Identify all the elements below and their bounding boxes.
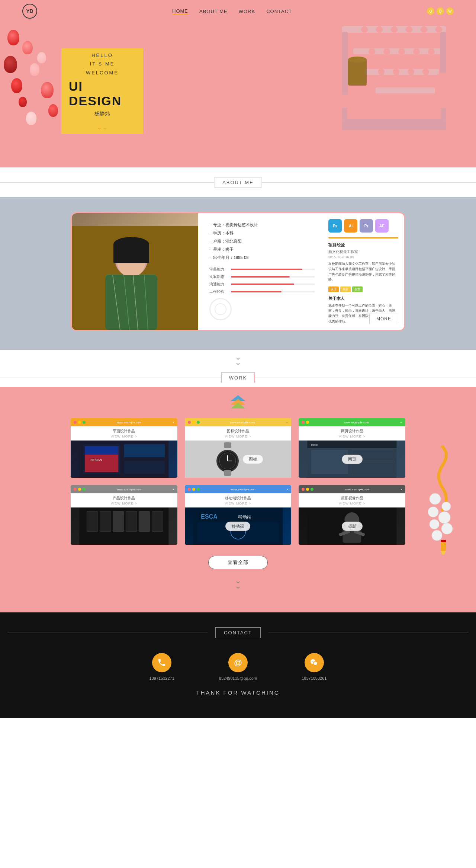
info-list: 专业：视觉传达艺术设计 学历：本科 户籍：湖北襄阳 星座：狮子 出生年月：199…: [209, 221, 315, 262]
more-button[interactable]: MORE: [369, 314, 398, 324]
label-badge: 摄影: [342, 522, 363, 531]
project-desc: 在校期间加入新文化工作室，运用所学专业知识与工作来承接项目包括平面广告设计、手提…: [328, 261, 398, 283]
tag-1: 设计: [328, 286, 339, 292]
info-star: 星座：狮子: [209, 245, 315, 253]
item-subtitle: VIEW MORE >: [299, 435, 405, 438]
skill-name: 审美能力: [209, 267, 228, 272]
bulb-2: [22, 41, 33, 54]
skill-copy: 文案动态: [209, 274, 315, 279]
skill-bar-bg: [231, 269, 315, 270]
email-icon[interactable]: @: [228, 653, 248, 672]
dots: [302, 421, 313, 424]
phone-icon[interactable]: [152, 653, 171, 672]
tool-ps: Ps: [328, 219, 342, 233]
item-title: 移动端设计作品: [185, 496, 292, 501]
svg-rect-56: [224, 470, 231, 476]
social-icon-2[interactable]: Q: [437, 7, 444, 15]
bulb-5: [11, 78, 22, 93]
dot-green: [311, 421, 313, 424]
nav-work[interactable]: WORK: [239, 9, 255, 14]
svg-text:Hello: Hello: [311, 443, 318, 446]
svg-rect-46: [124, 461, 165, 474]
tags: 设计 美丽 创意: [328, 286, 398, 292]
wechat-icon[interactable]: [305, 653, 324, 672]
item-subtitle: VIEW MORE >: [71, 435, 177, 438]
social-icon-3[interactable]: W: [446, 7, 454, 15]
dot-yellow: [78, 488, 81, 491]
work-item-icon[interactable]: www.example.com ↔ 图标设计作品 VIEW MORE >: [185, 418, 292, 478]
item-close: ×: [173, 421, 174, 424]
svg-rect-62: [352, 463, 393, 474]
logo[interactable]: YD: [22, 4, 37, 19]
work-divider: ⌄ ⌄ WORK: [0, 350, 476, 387]
work-item-product[interactable]: www.example.com × 产品设计作品 VIEW MORE >: [71, 485, 177, 545]
dot-yellow: [78, 421, 81, 424]
svg-rect-24: [342, 108, 347, 119]
about-self-title: 关于本人: [328, 296, 398, 301]
contact-wechat: 18371058261: [302, 653, 327, 680]
nav-home[interactable]: HOME: [172, 8, 188, 15]
item-url: www.example.com: [230, 421, 255, 424]
camera-icon: [209, 298, 232, 320]
svg-text:DESIGN: DESIGN: [90, 458, 102, 462]
work-item-flat[interactable]: www.example.com × 平面设计作品 VIEW MORE > DES…: [71, 418, 177, 478]
svg-point-15: [413, 48, 420, 55]
svg-rect-45: [124, 444, 165, 457]
skill-aesthetic: 审美能力: [209, 267, 315, 272]
about-divider: ABOUT ME: [0, 167, 476, 197]
tool-ae: AE: [375, 219, 389, 233]
svg-point-82: [428, 507, 438, 517]
item-close: ↔: [399, 421, 402, 424]
svg-point-85: [441, 523, 453, 534]
dots: [188, 488, 200, 491]
svg-point-80: [430, 493, 441, 505]
skills-section: 审美能力 文案动态 沟通能力 工作经验: [209, 267, 315, 294]
nav-about[interactable]: ABOUT ME: [199, 9, 228, 14]
bulb-3: [4, 56, 17, 73]
dot-red: [188, 421, 191, 424]
nav-contact[interactable]: CONTACT: [266, 9, 292, 14]
dot-green: [83, 421, 86, 424]
item-header: www.example.com ↔: [299, 418, 405, 426]
contact-icons: 13971532271 @ 852490115@qq.com 183710582…: [0, 653, 476, 680]
item-close: ↔: [285, 421, 288, 424]
svg-rect-69: [152, 511, 163, 532]
svg-point-22: [348, 57, 367, 63]
nav-links: HOME ABOUT ME WORK CONTACT: [172, 8, 292, 15]
item-subtitle: VIEW MORE >: [185, 435, 292, 438]
item-header: www.example.com ×: [299, 485, 405, 493]
orange-bar: [328, 237, 398, 238]
dot-red: [302, 488, 305, 491]
svg-rect-48: [85, 446, 118, 455]
info-major: 专业：视觉传达艺术设计: [209, 221, 315, 229]
skill-name: 沟通能力: [209, 282, 228, 287]
about-right-panel: Ps Ai Pr AE 项目经验 新文化视觉工作室 2015.02-2016.0…: [322, 213, 404, 330]
skill-bar-bg: [231, 284, 315, 285]
skill-bar-fill: [231, 276, 290, 278]
view-all-button[interactable]: 查看全部: [208, 556, 268, 569]
work-item-web[interactable]: www.example.com ↔ 网页设计作品 VIEW MORE > Hel…: [299, 418, 405, 478]
dots: [74, 488, 86, 491]
svg-point-11: [435, 26, 442, 33]
dot-red: [188, 488, 191, 491]
bulb-10: [48, 104, 58, 117]
label-badge: 移动端: [225, 522, 250, 531]
phone-number: 13971532271: [149, 676, 174, 680]
social-icon-1[interactable]: Q: [427, 7, 434, 15]
svg-rect-5: [440, 32, 446, 73]
dot-green: [197, 421, 200, 424]
svg-rect-65: [100, 511, 111, 532]
tag-2: 美丽: [340, 286, 351, 292]
work-item-mobile[interactable]: www.example.com × 移动端设计作品 VIEW MORE > ES…: [185, 485, 292, 545]
hero-name: 杨静炜: [94, 110, 110, 117]
at-symbol: @: [234, 658, 242, 667]
dot-yellow: [192, 488, 195, 491]
label-badge: 图标: [242, 455, 263, 464]
dot-yellow: [306, 421, 309, 424]
svg-point-81: [442, 502, 451, 511]
logo-text: YD: [26, 8, 33, 14]
work-item-photo[interactable]: www.example.com × 摄影视像作品 VIEW MORE >: [299, 485, 405, 545]
svg-rect-23: [342, 119, 446, 130]
contact-label: CONTACT: [215, 627, 261, 638]
work-section: www.example.com × 平面设计作品 VIEW MORE > DES…: [0, 387, 476, 612]
